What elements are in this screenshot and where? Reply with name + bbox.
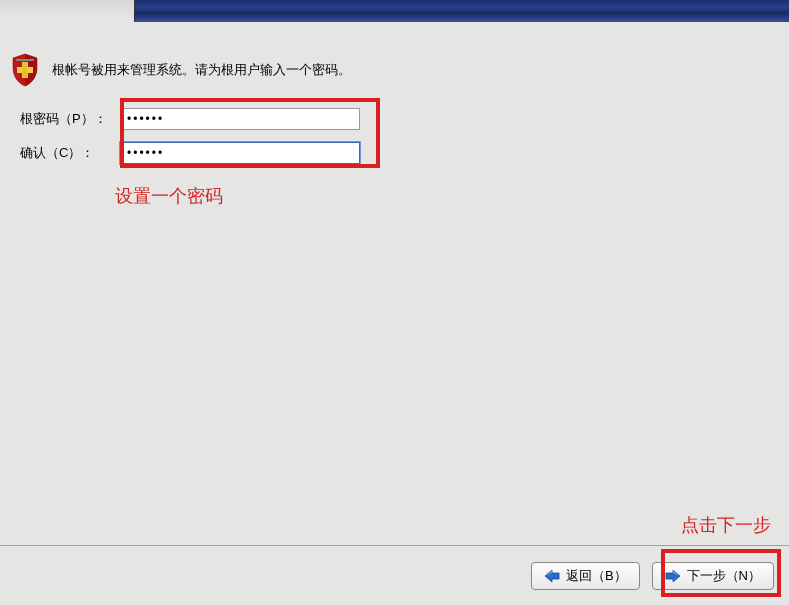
shield-icon <box>10 52 40 88</box>
arrow-left-icon <box>544 569 560 583</box>
intro-text: 根帐号被用来管理系统。请为根用户输入一个密码。 <box>52 61 351 79</box>
annotation-click-next: 点击下一步 <box>681 513 771 537</box>
header-tab <box>0 0 135 22</box>
arrow-right-icon <box>665 569 681 583</box>
confirm-row: 确认（C）： <box>20 142 779 164</box>
bottom-nav-bar: 返回（B） 下一步（N） <box>0 545 789 605</box>
back-button[interactable]: 返回（B） <box>531 562 640 590</box>
password-label: 根密码（P）： <box>20 110 120 128</box>
confirm-password-input[interactable] <box>120 142 360 164</box>
window-header-bar <box>0 0 789 22</box>
svg-rect-2 <box>23 63 28 78</box>
back-button-label: 返回（B） <box>566 567 627 585</box>
password-row: 根密码（P）： <box>20 108 779 130</box>
annotation-set-password: 设置一个密码 <box>115 184 779 208</box>
password-form: 根密码（P）： 确认（C）： 设置一个密码 <box>20 108 779 208</box>
main-content: 根帐号被用来管理系统。请为根用户输入一个密码。 根密码（P）： 确认（C）： 设… <box>0 22 789 208</box>
next-button-label: 下一步（N） <box>687 567 761 585</box>
confirm-label: 确认（C）： <box>20 144 120 162</box>
next-button[interactable]: 下一步（N） <box>652 562 774 590</box>
intro-section: 根帐号被用来管理系统。请为根用户输入一个密码。 <box>10 52 779 88</box>
root-password-input[interactable] <box>120 108 360 130</box>
